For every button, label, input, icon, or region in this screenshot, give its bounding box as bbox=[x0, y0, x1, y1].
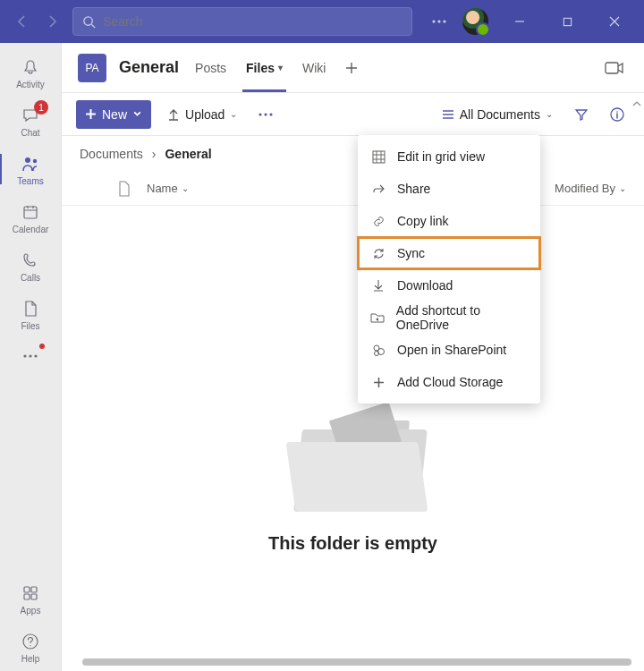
menu-shortcut-onedrive[interactable]: Add shortcut to OneDrive bbox=[358, 302, 540, 334]
svg-point-10 bbox=[34, 354, 37, 357]
view-selector[interactable]: All Documents ⌄ bbox=[436, 100, 558, 129]
help-icon bbox=[20, 631, 41, 652]
bell-icon bbox=[20, 56, 41, 78]
menu-label: Open in SharePoint bbox=[397, 343, 506, 357]
minimize-button[interactable] bbox=[499, 1, 539, 42]
tab-files[interactable]: Files ▾ bbox=[242, 45, 286, 91]
empty-text: This folder is empty bbox=[268, 533, 437, 554]
vertical-scroll-up-button[interactable] bbox=[631, 98, 642, 109]
calendar-icon bbox=[20, 201, 41, 223]
upload-icon bbox=[167, 107, 180, 122]
svg-point-8 bbox=[23, 354, 26, 357]
col-label: Name bbox=[147, 182, 178, 195]
menu-label: Copy link bbox=[397, 214, 449, 228]
menu-sync[interactable]: Sync bbox=[358, 237, 540, 269]
rail-item-help[interactable]: Help bbox=[0, 623, 61, 671]
empty-folder-icon bbox=[273, 395, 434, 512]
tab-posts[interactable]: Posts bbox=[191, 45, 230, 91]
chevron-down-icon: ⌄ bbox=[546, 109, 553, 119]
chevron-down-icon: ⌄ bbox=[230, 109, 237, 119]
chevron-down-icon bbox=[132, 109, 142, 119]
menu-open-sharepoint[interactable]: Open in SharePoint bbox=[358, 334, 540, 366]
rail-item-activity[interactable]: Activity bbox=[0, 48, 61, 97]
download-icon bbox=[370, 279, 386, 293]
rail-item-calendar[interactable]: Calendar bbox=[0, 193, 61, 242]
svg-rect-7 bbox=[24, 207, 37, 218]
filter-button[interactable] bbox=[569, 100, 594, 129]
svg-rect-4 bbox=[564, 18, 571, 25]
rail-label: Apps bbox=[21, 606, 41, 616]
rail-item-files[interactable]: Files bbox=[0, 290, 61, 338]
svg-point-5 bbox=[25, 157, 30, 163]
menu-copy-link[interactable]: Copy link bbox=[358, 205, 540, 237]
menu-add-cloud-storage[interactable]: Add Cloud Storage bbox=[358, 366, 540, 398]
rail-label: Calendar bbox=[13, 225, 49, 234]
back-button[interactable] bbox=[9, 9, 34, 34]
breadcrumb-root[interactable]: Documents bbox=[80, 147, 143, 161]
view-label: All Documents bbox=[460, 107, 540, 122]
search-icon bbox=[82, 15, 96, 29]
upload-label: Upload bbox=[185, 107, 225, 122]
file-icon bbox=[20, 298, 41, 319]
phone-icon bbox=[20, 250, 41, 271]
svg-point-2 bbox=[437, 20, 440, 22]
empty-state: This folder is empty bbox=[62, 206, 644, 671]
forward-button[interactable] bbox=[41, 9, 66, 34]
svg-rect-16 bbox=[606, 63, 618, 73]
rail-label: Activity bbox=[16, 80, 45, 89]
upload-button[interactable]: Upload ⌄ bbox=[162, 100, 242, 129]
more-options-button[interactable] bbox=[427, 1, 452, 42]
chevron-down-icon: ⌄ bbox=[182, 183, 189, 193]
sync-icon bbox=[370, 247, 386, 260]
avatar[interactable] bbox=[462, 8, 489, 35]
sharepoint-icon bbox=[370, 344, 386, 357]
context-menu: Edit in grid view Share Copy link Sync D… bbox=[358, 135, 540, 403]
document-icon bbox=[117, 181, 131, 197]
rail-item-chat[interactable]: Chat 1 bbox=[0, 97, 61, 145]
svg-point-17 bbox=[259, 113, 262, 115]
rail-label: Calls bbox=[21, 273, 40, 283]
column-header-modified-by[interactable]: Modified By ⌄ bbox=[555, 182, 626, 195]
menu-label: Add shortcut to OneDrive bbox=[396, 303, 528, 332]
rail-label: Files bbox=[21, 321, 39, 331]
badge: 1 bbox=[34, 100, 48, 115]
add-tab-button[interactable] bbox=[342, 58, 361, 78]
col-label: Modified By bbox=[555, 182, 615, 195]
svg-rect-12 bbox=[31, 587, 37, 592]
menu-edit-grid[interactable]: Edit in grid view bbox=[358, 140, 540, 173]
plus-icon bbox=[370, 377, 386, 388]
rail-item-calls[interactable]: Calls bbox=[0, 242, 61, 290]
svg-point-6 bbox=[33, 158, 37, 162]
rail-label: Chat bbox=[21, 128, 39, 138]
menu-label: Sync bbox=[397, 246, 425, 260]
chevron-right-icon: › bbox=[152, 147, 157, 161]
maximize-button[interactable] bbox=[547, 1, 587, 42]
apps-icon bbox=[20, 582, 41, 604]
toolbar-overflow-button[interactable] bbox=[253, 100, 278, 129]
search-input[interactable] bbox=[103, 14, 402, 29]
rail-overflow-button[interactable] bbox=[0, 338, 61, 374]
tab-wiki[interactable]: Wiki bbox=[299, 45, 329, 91]
breadcrumb: Documents › General bbox=[62, 136, 644, 172]
channel-title: General bbox=[119, 58, 179, 77]
notification-dot bbox=[39, 344, 45, 349]
close-button[interactable] bbox=[595, 1, 635, 42]
menu-download[interactable]: Download bbox=[358, 269, 540, 302]
plus-icon bbox=[85, 108, 97, 120]
grid-icon bbox=[370, 150, 386, 164]
rail-item-apps[interactable]: Apps bbox=[0, 574, 61, 623]
search-box[interactable] bbox=[72, 7, 412, 36]
menu-share[interactable]: Share bbox=[358, 173, 540, 205]
new-button[interactable]: New bbox=[76, 100, 151, 129]
menu-label: Download bbox=[397, 278, 453, 293]
share-icon bbox=[370, 183, 386, 196]
info-button[interactable] bbox=[605, 100, 630, 129]
svg-rect-11 bbox=[24, 587, 30, 592]
rail-item-teams[interactable]: Teams bbox=[0, 145, 61, 193]
menu-label: Share bbox=[397, 182, 430, 196]
team-badge[interactable]: PA bbox=[78, 54, 106, 82]
meet-button[interactable] bbox=[601, 57, 628, 79]
svg-rect-21 bbox=[373, 151, 385, 163]
horizontal-scrollbar[interactable] bbox=[61, 657, 644, 667]
column-header-name[interactable]: Name ⌄ bbox=[147, 182, 189, 195]
